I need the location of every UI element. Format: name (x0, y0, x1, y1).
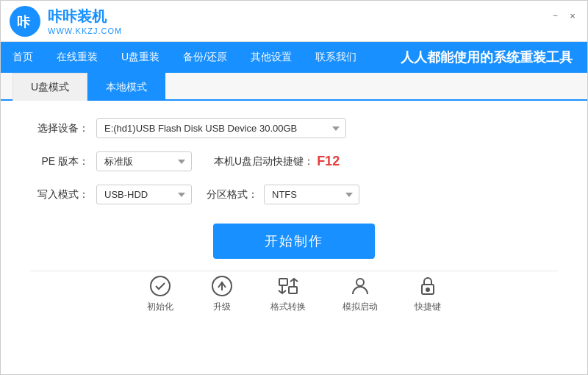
bottom-icon-label-format: 格式转换 (270, 301, 306, 313)
person-circle-icon (348, 274, 372, 298)
bottom-icons: 初始化 升级 (30, 271, 558, 319)
window-controls: － × (549, 10, 578, 21)
bottom-icon-label-upgrade: 升级 (213, 301, 231, 313)
write-select[interactable]: USB-HDD (96, 185, 192, 204)
nav-item-home[interactable]: 首页 (1, 42, 45, 73)
app-logo: 咔 (10, 6, 40, 37)
title-text: 咔咔装机 WWW.KKZJ.COM (48, 7, 122, 35)
svg-text:咔: 咔 (17, 15, 31, 29)
hotkey-label: 本机U盘启动快捷键： (214, 155, 314, 168)
nav-item-settings[interactable]: 其他设置 (239, 42, 304, 73)
nav-item-usb[interactable]: U盘重装 (110, 42, 171, 73)
bottom-icon-upgrade[interactable]: 升级 (210, 274, 234, 313)
arrow-up-circle-icon (210, 274, 234, 298)
bottom-icon-hotkey[interactable]: 快捷键 (415, 274, 441, 313)
bottom-icon-format[interactable]: 格式转换 (270, 274, 306, 313)
app-url: WWW.KKZJ.COM (48, 26, 122, 35)
partition-label: 分区格式： (207, 188, 258, 201)
nav-item-online[interactable]: 在线重装 (45, 42, 110, 73)
start-btn-row: 开始制作 (30, 224, 558, 259)
minimize-button[interactable]: － (549, 10, 561, 21)
write-row: 写入模式： USB-HDD 分区格式： NTFS (30, 185, 558, 204)
titlebar: 咔 咔咔装机 WWW.KKZJ.COM － × (1, 1, 587, 42)
partition-select[interactable]: NTFS (264, 185, 359, 204)
device-row: 选择设备： E:(hd1)USB Flash Disk USB Device 3… (30, 118, 558, 138)
svg-point-10 (426, 288, 429, 291)
pe-row: PE 版本： 标准版 本机U盘启动快捷键： F12 (30, 151, 558, 171)
device-label: 选择设备： (30, 122, 89, 135)
device-select[interactable]: E:(hd1)USB Flash Disk USB Device 30.00GB (96, 118, 346, 138)
app-name: 咔咔装机 (48, 7, 122, 26)
main-content: 选择设备： E:(hd1)USB Flash Disk USB Device 3… (1, 101, 587, 374)
svg-rect-5 (289, 287, 297, 293)
svg-rect-4 (279, 279, 287, 285)
hotkey-value: F12 (317, 154, 340, 169)
svg-point-1 (151, 276, 170, 296)
bottom-icon-simulate[interactable]: 模拟启动 (343, 274, 378, 313)
partition-section: 分区格式： NTFS (207, 185, 359, 204)
start-button[interactable]: 开始制作 (213, 224, 375, 259)
nav-item-backup[interactable]: 备份/还原 (171, 42, 239, 73)
bottom-icon-label-initialize: 初始化 (147, 301, 173, 313)
swap-icon (276, 274, 300, 298)
tab-usb-mode[interactable]: U盘模式 (12, 73, 87, 101)
nav-item-contact[interactable]: 联系我们 (304, 42, 368, 73)
nav-slogan: 人人都能使用的系统重装工具 (401, 49, 587, 66)
pe-label: PE 版本： (30, 155, 89, 168)
bottom-icon-initialize[interactable]: 初始化 (147, 274, 173, 313)
write-label: 写入模式： (30, 188, 89, 201)
bottom-icon-label-hotkey: 快捷键 (415, 301, 441, 313)
app-window: 咔 咔咔装机 WWW.KKZJ.COM － × 首页 在线重装 U盘重装 备份/… (0, 0, 588, 375)
pe-select[interactable]: 标准版 (96, 151, 192, 171)
svg-point-8 (356, 279, 364, 286)
close-button[interactable]: × (567, 10, 578, 21)
tabs-bar: U盘模式 本地模式 (1, 73, 587, 101)
navbar: 首页 在线重装 U盘重装 备份/还原 其他设置 联系我们 人人都能使用的系统重装… (1, 42, 587, 73)
tab-local-mode[interactable]: 本地模式 (87, 73, 165, 101)
lock-icon (416, 274, 440, 298)
bottom-icon-label-simulate: 模拟启动 (343, 301, 378, 313)
check-circle-icon (148, 274, 172, 298)
